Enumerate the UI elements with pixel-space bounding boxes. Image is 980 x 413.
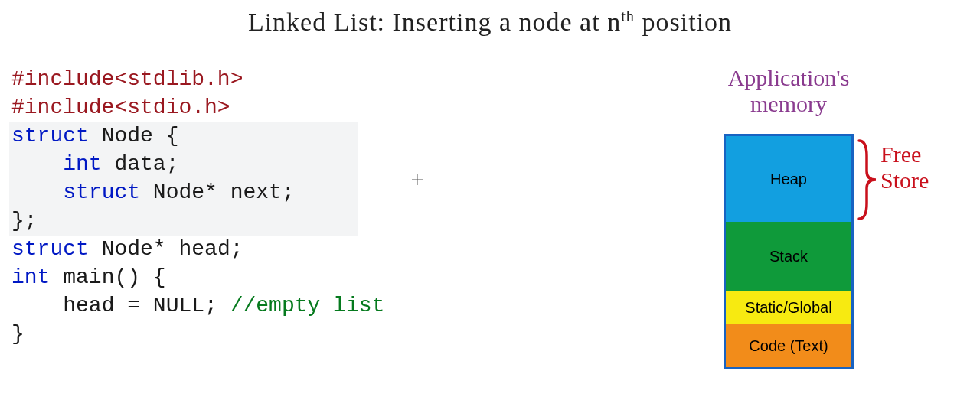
mem-segment-stack: Stack xyxy=(726,222,851,291)
kw-struct-3: struct xyxy=(11,237,89,261)
free-store-label: FreeStore xyxy=(880,141,929,193)
free-store-text: FreeStore xyxy=(880,141,929,193)
head-decl: head xyxy=(178,237,230,261)
include-1: #include<stdlib.h> xyxy=(11,67,243,91)
kw-struct: struct xyxy=(11,124,89,148)
slide-title: Linked List: Inserting a node at nth pos… xyxy=(0,8,980,37)
main-ident: main xyxy=(63,265,114,289)
memory-title-text: Application'smemory xyxy=(728,65,850,116)
field-data: data xyxy=(114,152,165,176)
node-ident-3: Node xyxy=(102,237,153,261)
memory-title: Application'smemory xyxy=(693,65,884,117)
comment-empty-list: //empty list xyxy=(230,294,385,317)
mem-segment-heap: Heap xyxy=(726,136,851,222)
cursor-crosshair-icon xyxy=(412,174,423,185)
kw-int-2: int xyxy=(11,265,50,289)
node-ident: Node xyxy=(102,124,153,148)
mem-segment-static: Static/Global xyxy=(726,291,851,324)
null-assign: head = NULL; xyxy=(63,294,217,317)
node-ident-2: Node xyxy=(153,180,204,204)
curly-bracket-icon xyxy=(856,138,879,222)
kw-int-1: int xyxy=(63,152,101,176)
include-2: #include<stdio.h> xyxy=(11,96,230,119)
kw-struct-2: struct xyxy=(63,180,140,204)
title-text: Linked List: Inserting a node at nth pos… xyxy=(248,8,732,36)
mem-segment-code: Code (Text) xyxy=(726,324,851,367)
memory-diagram: Heap Stack Static/Global Code (Text) xyxy=(724,134,854,369)
field-next: next xyxy=(230,180,282,204)
code-block: #include<stdlib.h> #include<stdio.h> str… xyxy=(11,65,384,348)
